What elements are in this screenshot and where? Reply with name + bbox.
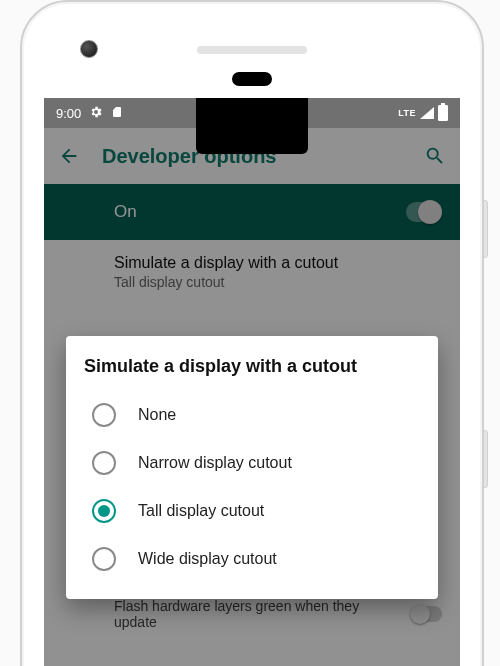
dialog-option-none[interactable]: None [84, 391, 420, 439]
network-type-label: LTE [398, 108, 416, 118]
settings-icon [89, 105, 103, 122]
screen: 9:00 LTE Developer options [44, 98, 460, 666]
radio-icon [92, 547, 116, 571]
option-label: None [138, 406, 176, 424]
display-cutout-notch [196, 98, 308, 154]
radio-icon [92, 451, 116, 475]
proximity-sensor [232, 72, 272, 86]
sd-card-icon [111, 105, 123, 122]
cutout-dialog: Simulate a display with a cutout None Na… [66, 336, 438, 599]
radio-icon [92, 403, 116, 427]
phone-frame: 9:00 LTE Developer options [20, 0, 484, 666]
option-label: Narrow display cutout [138, 454, 292, 472]
radio-icon-checked [92, 499, 116, 523]
battery-icon [438, 105, 448, 121]
option-label: Wide display cutout [138, 550, 277, 568]
dialog-title: Simulate a display with a cutout [84, 356, 420, 377]
dialog-option-narrow[interactable]: Narrow display cutout [84, 439, 420, 487]
dialog-option-tall[interactable]: Tall display cutout [84, 487, 420, 535]
earpiece-speaker [197, 46, 307, 54]
status-time: 9:00 [56, 106, 81, 121]
dialog-option-wide[interactable]: Wide display cutout [84, 535, 420, 583]
front-camera [80, 40, 98, 58]
option-label: Tall display cutout [138, 502, 264, 520]
signal-icon [420, 107, 434, 119]
